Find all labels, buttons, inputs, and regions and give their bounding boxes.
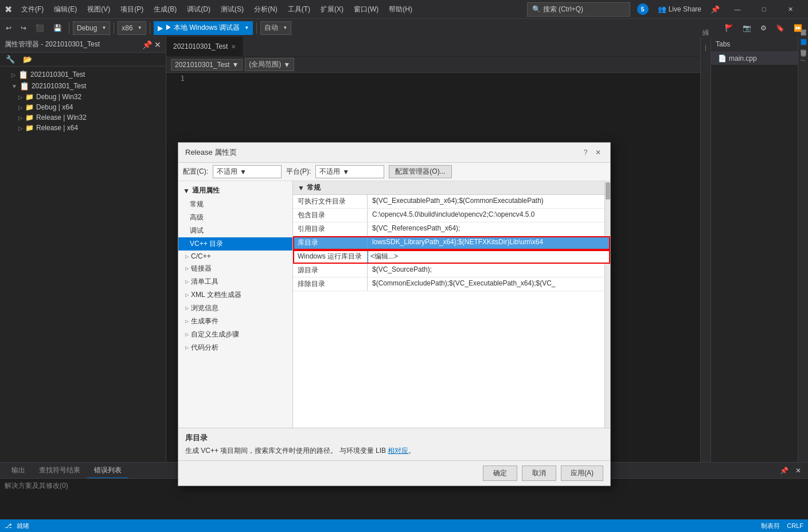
tree-vcpp-dirs[interactable]: VC++ 目录 — [178, 237, 292, 251]
tree-debug[interactable]: 调试 — [178, 224, 292, 237]
tree-code-analysis[interactable]: ▷ 代码分析 — [178, 341, 292, 354]
menu-file[interactable]: 文件(F) — [17, 2, 48, 17]
menu-tools[interactable]: 工具(T) — [283, 2, 315, 17]
bottom-close-button[interactable]: ✕ — [793, 467, 803, 475]
right-side-text-1[interactable]: 解 — [701, 39, 711, 44]
auto-dropdown[interactable]: 自动 ▼ — [260, 21, 291, 35]
menu-build[interactable]: 生成(B) — [149, 2, 181, 17]
tree-item-project-2[interactable]: ▼ 📋 2021010301_Test — [0, 80, 166, 92]
path-dropdown[interactable]: 2021010301_Test ▼ — [171, 59, 243, 71]
side-label-solution[interactable]: 解决方案资源管理器 — [799, 37, 807, 44]
menu-analyze[interactable]: 分析(N) — [249, 2, 282, 17]
undo-button[interactable]: ↩ — [2, 23, 15, 33]
tree-item-project-1[interactable]: ▷ 📋 2021010301_Test — [0, 69, 166, 80]
platform-dropdown-dlg[interactable]: 不适用 ▼ — [315, 165, 384, 178]
tree-item-debug-win32[interactable]: ▷ 📁 Debug | Win32 — [0, 92, 166, 102]
menu-help[interactable]: 帮助(H) — [384, 2, 417, 17]
bottom-tab-errors[interactable]: 错误列表 — [87, 463, 128, 478]
sidebar: 属性管理器 - 2021010301_Test 📌 ✕ 🔧 📂 ▷ 📋 2021… — [0, 37, 166, 462]
platform-dropdown-arrow-icon: ▼ — [138, 25, 142, 30]
platform-dropdown[interactable]: x86 ▼ — [118, 21, 146, 35]
tree-general[interactable]: 常规 — [178, 198, 292, 211]
config-manager-button[interactable]: 配置管理器(O)... — [389, 165, 451, 178]
side-divider-1 — [799, 45, 807, 45]
ok-button[interactable]: 确定 — [483, 466, 517, 481]
sidebar-header: 属性管理器 - 2021010301_Test 📌 ✕ — [0, 37, 166, 53]
cancel-button[interactable]: 取消 — [522, 466, 556, 481]
close-button[interactable]: ✕ — [777, 0, 803, 18]
right-side-icons: 解 | — [700, 37, 711, 462]
tree-manifest[interactable]: ▷ 清单工具 — [178, 275, 292, 288]
codeanalysis-expand-icon: ▷ — [185, 345, 189, 350]
toolbar-icon-4[interactable]: 🔖 — [772, 23, 788, 33]
scope-dropdown[interactable]: (全局范围) ▼ — [245, 58, 294, 71]
sidebar-pin-button[interactable]: 📌 — [142, 40, 152, 49]
status-bar: ⎇ 就绪 制表符 CRLF — [0, 519, 808, 532]
right-panel-item-main[interactable]: 📄 main.cpp — [711, 52, 808, 65]
props-scrollbar[interactable] — [604, 181, 610, 428]
desc-link[interactable]: 相对应 — [388, 447, 408, 455]
props-row-include[interactable]: 包含目录 C:\opencv4.5.0\build\include\opencv… — [293, 209, 610, 222]
tree-item-debug-x64[interactable]: ▷ 📁 Debug | x64 — [0, 102, 166, 112]
dialog-help-button[interactable]: ? — [580, 147, 591, 158]
props-row-library[interactable]: 库目录 lowsSDK_LibraryPath_x64};$(NETFXKits… — [293, 236, 610, 250]
sidebar-close-button[interactable]: ✕ — [154, 40, 161, 49]
user-badge: 5 — [637, 3, 649, 15]
dialog-right-props: ▼ 常规 可执行文件目录 $(VC_ExecutablePath_x64);$(… — [293, 181, 610, 428]
bottom-tab-actions: 📌 ✕ — [778, 467, 803, 475]
apply-button[interactable]: 应用(A) — [561, 466, 603, 481]
props-row-exclude[interactable]: 排除目录 $(CommonExcludePath);$(VC_Executabl… — [293, 277, 610, 291]
tree-custom-build[interactable]: ▷ 自定义生成步骤 — [178, 328, 292, 341]
tree-linker[interactable]: ▷ 链接器 — [178, 262, 292, 275]
dialog-close-button[interactable]: ✕ — [593, 147, 603, 158]
run-icon[interactable]: ⬛ — [32, 23, 48, 33]
menu-project[interactable]: 项目(P) — [116, 2, 148, 17]
properties-dialog[interactable]: Release 属性页 ? ✕ 配置(C): 不适用 ▼ 平台(P): 不适用 … — [178, 142, 611, 486]
menu-edit[interactable]: 编辑(E) — [49, 2, 81, 17]
menu-window[interactable]: 窗口(W) — [349, 2, 383, 17]
props-value-winruntime[interactable]: <编辑...> — [368, 250, 610, 263]
toolbar-icon-3[interactable]: ⚙ — [757, 23, 770, 33]
start-debug-dropdown[interactable]: ▶ ▶ 本地 Windows 调试器 ▼ — [154, 21, 253, 35]
bottom-pin-button[interactable]: 📌 — [778, 467, 791, 475]
expand-icon-4: ▷ — [18, 104, 23, 111]
props-row-source[interactable]: 源目录 $(VC_SourcePath); — [293, 264, 610, 277]
tree-advanced[interactable]: 高级 — [178, 211, 292, 224]
git-icon[interactable]: ⎇ — [5, 522, 12, 530]
bottom-tab-search[interactable]: 查找符号结果 — [32, 463, 87, 478]
minimize-button[interactable]: — — [724, 0, 751, 18]
side-label-add[interactable]: 添加变量/代码管理器 — [799, 56, 807, 65]
tree-item-release-x64[interactable]: ▷ 📁 Release | x64 — [0, 123, 166, 133]
sidebar-toolbar-btn-1[interactable]: 🔧 — [2, 54, 18, 65]
menu-debug[interactable]: 调试(D) — [182, 2, 215, 17]
tree-build-events[interactable]: ▷ 生成事件 — [178, 315, 292, 328]
scrollbar-thumb[interactable] — [606, 182, 610, 200]
config-dropdown[interactable]: 不适用 ▼ — [213, 165, 282, 178]
tree-xml-gen[interactable]: ▷ XML 文档生成器 — [178, 288, 292, 302]
props-row-winruntime[interactable]: Windows 运行库目录 <编辑...> — [293, 250, 610, 264]
close-tab-icon[interactable]: ✕ — [231, 44, 236, 50]
toolbar-icon-2[interactable]: 📷 — [739, 23, 755, 33]
tree-item-release-win32[interactable]: ▷ 📁 Release | Win32 — [0, 112, 166, 123]
toolbar-icon-1[interactable]: 🚩 — [721, 23, 737, 33]
search-box[interactable]: 🔍 搜索 (Ctrl+Q) — [527, 2, 630, 17]
props-row-references[interactable]: 引用目录 $(VC_ReferencesPath_x64); — [293, 222, 610, 236]
props-row-executable[interactable]: 可执行文件目录 $(VC_ExecutablePath_x64);$(Commo… — [293, 195, 610, 209]
pin-icon[interactable]: 📌 — [711, 5, 720, 14]
menu-extensions[interactable]: 扩展(X) — [316, 2, 348, 17]
menu-test[interactable]: 测试(S) — [216, 2, 248, 17]
side-label-props[interactable]: 属性管理器 — [799, 46, 807, 53]
tree-cpp[interactable]: ▷ C/C++ — [178, 251, 292, 262]
editor-tab-main[interactable]: 2021010301_Test ✕ — [166, 37, 243, 56]
menu-view[interactable]: 视图(V) — [83, 2, 115, 17]
tree-browse[interactable]: ▷ 浏览信息 — [178, 302, 292, 315]
save-button[interactable]: 💾 — [50, 23, 65, 33]
sidebar-toolbar-btn-2[interactable]: 📂 — [19, 54, 36, 65]
live-share-label[interactable]: Live Share — [669, 5, 701, 13]
debug-mode-dropdown[interactable]: Debug ▼ — [73, 21, 110, 35]
far-right-panel: 解决方案资源管理器 属性管理器 添加变量/代码管理器 — [798, 37, 808, 462]
maximize-button[interactable]: □ — [751, 0, 777, 18]
redo-button[interactable]: ↪ — [17, 23, 30, 33]
bottom-tab-output[interactable]: 输出 — [5, 463, 32, 478]
toolbar-icon-5[interactable]: ⏩ — [790, 23, 806, 33]
